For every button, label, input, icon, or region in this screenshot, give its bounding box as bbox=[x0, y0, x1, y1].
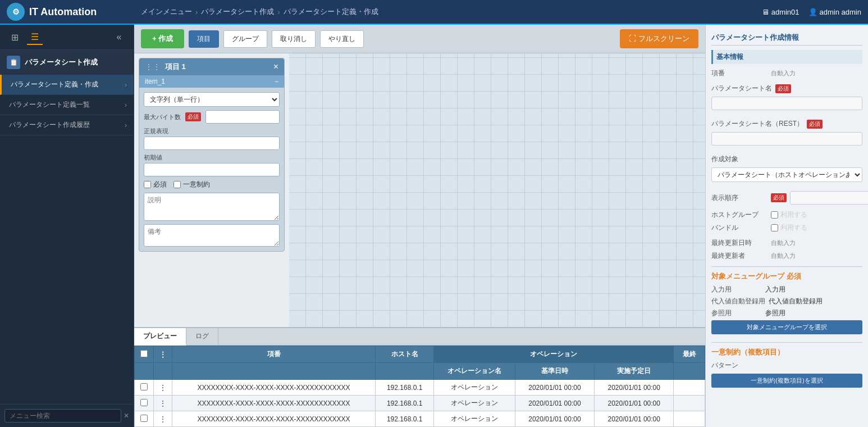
reference-value: 参照用 bbox=[765, 308, 785, 318]
max-bytes-row: 最大バイト数 必須 bbox=[144, 110, 280, 124]
preview-tab-preview[interactable]: プレビュー bbox=[134, 328, 186, 346]
th-ops-2 bbox=[154, 363, 172, 380]
th-check-2 bbox=[135, 363, 154, 380]
unique-checkbox[interactable] bbox=[173, 181, 181, 188]
row-last bbox=[674, 411, 705, 427]
row-last bbox=[674, 380, 705, 396]
user-id: admin01 bbox=[771, 8, 800, 16]
row-scheduled: 2020/01/01 00:00 bbox=[595, 411, 674, 427]
content-area: + 作成 項目 グループ 取り消し やり直し ⛶ フルスクリーン ⋮⋮ 項目 1… bbox=[134, 25, 705, 427]
creation-target-select[interactable]: パラメータシート（ホストオペレーションあり） パラメータシート（ホストのみ） デ… bbox=[711, 167, 862, 182]
initial-value-label: 初期値 bbox=[144, 153, 280, 162]
sheet-name-rest-required: 必須 bbox=[807, 120, 823, 129]
type-select-row: 文字列（単一行） 文字列（複数行） 数値 日時 bbox=[144, 92, 280, 107]
row-item-no: XXXXXXXX-XXXX-XXXX-XXXX-XXXXXXXXXXXX bbox=[172, 396, 376, 411]
tab-group[interactable]: グループ bbox=[223, 30, 267, 48]
select-all-checkbox[interactable] bbox=[140, 350, 148, 357]
unique-checkbox-label[interactable]: 一意制約 bbox=[173, 180, 210, 189]
row-ops-cell[interactable]: ⋮ bbox=[154, 380, 172, 396]
th-ops: ⋮ bbox=[154, 346, 172, 363]
breadcrumb-item-1[interactable]: メインメニュー bbox=[141, 7, 192, 17]
row-last bbox=[674, 396, 705, 411]
breadcrumb-item-3: パラメータシート定義・作成 bbox=[284, 7, 378, 17]
th-operation-name: オペレーション名 bbox=[434, 363, 515, 380]
fullscreen-button[interactable]: ⛶ フルスクリーン bbox=[620, 29, 698, 48]
toolbar: + 作成 項目 グループ 取り消し やり直し ⛶ フルスクリーン bbox=[134, 25, 705, 53]
required-checkbox[interactable] bbox=[144, 181, 151, 188]
admin01-area[interactable]: 🖥 admin01 bbox=[762, 8, 800, 16]
row-checkbox[interactable] bbox=[140, 399, 148, 406]
table-row: ⋮ XXXXXXXX-XXXX-XXXX-XXXX-XXXXXXXXXXXX 1… bbox=[135, 411, 705, 427]
preview-tab-log[interactable]: ログ bbox=[186, 328, 218, 345]
max-bytes-input[interactable] bbox=[205, 110, 280, 124]
select-unique-button[interactable]: 一意制約(複数項目)を選択 bbox=[711, 374, 862, 388]
app-title: IT Automation bbox=[29, 6, 97, 18]
max-bytes-required-badge: 必須 bbox=[185, 112, 201, 121]
row-checkbox[interactable] bbox=[140, 383, 148, 390]
preview-table-wrap: ⋮ 項番 ホスト名 オペレーション 最終 オペレーション名 bbox=[134, 346, 705, 427]
grid-area: ⋮⋮ 項目 1 × item_1 − 文字列（単一行） 文字列（複数行） 数値 … bbox=[134, 53, 705, 327]
initial-value-input[interactable] bbox=[144, 163, 280, 176]
host-group-use-label: 利用する bbox=[780, 210, 807, 220]
sidebar-collapse-btn[interactable]: « bbox=[111, 29, 127, 45]
type-select[interactable]: 文字列（単一行） 文字列（複数行） 数値 日時 bbox=[144, 92, 280, 107]
display-order-block: 表示順序 必須 bbox=[711, 191, 862, 205]
row-operation: オペレーション bbox=[434, 380, 515, 396]
pattern-row: パターン bbox=[711, 361, 862, 370]
tab-cancel[interactable]: 取り消し bbox=[272, 30, 316, 48]
row-host: 192.168.0.1 bbox=[376, 396, 434, 411]
preview-area: プレビュー ログ ⋮ 項番 ホスト名 オペレーション 最終 bbox=[134, 327, 705, 427]
row-check-cell[interactable] bbox=[135, 380, 154, 396]
row-checkbox[interactable] bbox=[140, 415, 148, 422]
remarks-row bbox=[144, 224, 280, 247]
select-target-menu-button[interactable]: 対象メニューグループを選択 bbox=[711, 320, 862, 334]
input-menu-row: 入力用 入力用 bbox=[711, 285, 862, 294]
sheet-name-label: パラメータシート名 bbox=[711, 84, 772, 93]
panel-minimize-btn[interactable]: − bbox=[275, 78, 278, 85]
sidebar-item-label-0: パラメータシート定義・作成 bbox=[11, 80, 98, 89]
row-ops-cell[interactable]: ⋮ bbox=[154, 396, 172, 411]
sidebar-item-parameter-list[interactable]: パラメータシート定義一覧 › bbox=[0, 95, 134, 115]
sidebar: ⊞ ☰ « 📋 パラメータシート作成 パラメータシート定義・作成 › パラメータ… bbox=[0, 25, 134, 427]
sidebar-search-input[interactable] bbox=[4, 409, 121, 423]
sidebar-search-clear[interactable]: ✕ bbox=[124, 412, 129, 420]
sheet-name-input[interactable] bbox=[711, 97, 862, 110]
sidebar-item-arrow-2: › bbox=[125, 121, 127, 129]
row-base-date: 2020/01/01 00:00 bbox=[515, 411, 594, 427]
regex-input[interactable] bbox=[144, 137, 280, 150]
breadcrumb: メインメニュー › パラメータシート作成 › パラメータシート定義・作成 bbox=[141, 7, 762, 17]
display-order-input[interactable] bbox=[790, 191, 868, 205]
sidebar-toggle-bar: ⊞ ☰ « bbox=[0, 25, 134, 50]
sheet-name-rest-input[interactable] bbox=[711, 132, 862, 146]
create-button[interactable]: + 作成 bbox=[141, 29, 184, 48]
remarks-textarea[interactable] bbox=[144, 224, 280, 247]
row-check-cell[interactable] bbox=[135, 411, 154, 427]
target-menu-required: 必須 bbox=[787, 271, 801, 281]
row-base-date: 2020/01/01 00:00 bbox=[515, 396, 594, 411]
host-group-checkbox[interactable] bbox=[771, 211, 778, 219]
sidebar-item-parameter-history[interactable]: パラメータシート作成履歴 › bbox=[0, 115, 134, 135]
breadcrumb-item-2[interactable]: パラメータシート作成 bbox=[201, 7, 274, 17]
last-updated-block: 最終更新日時 自動入力 最終更新者 自動入力 bbox=[711, 238, 862, 261]
last-updated-label: 最終更新日時 bbox=[711, 238, 768, 248]
main-layout: ⊞ ☰ « 📋 パラメータシート作成 パラメータシート定義・作成 › パラメータ… bbox=[0, 25, 868, 427]
bundle-checkbox[interactable] bbox=[771, 224, 778, 231]
sidebar-section-header: 📋 パラメータシート作成 bbox=[0, 50, 134, 75]
item-no-value: 自動入力 bbox=[771, 69, 796, 78]
th-scheduled-date: 実施予定日 bbox=[595, 363, 674, 380]
display-order-required: 必須 bbox=[771, 193, 787, 202]
description-textarea[interactable] bbox=[144, 193, 280, 221]
regex-row: 正規表現 bbox=[144, 127, 280, 150]
sidebar-list-toggle[interactable]: ☰ bbox=[27, 29, 43, 45]
table-row: ⋮ XXXXXXXX-XXXX-XXXX-XXXX-XXXXXXXXXXXX 1… bbox=[135, 396, 705, 411]
sidebar-section-title-text: パラメータシート作成 bbox=[25, 57, 98, 67]
admin-name-area[interactable]: 👤 admin admin bbox=[808, 8, 861, 16]
tab-item[interactable]: 項目 bbox=[189, 30, 219, 48]
panel-close-button[interactable]: × bbox=[273, 62, 278, 72]
tab-redo[interactable]: やり直し bbox=[320, 30, 364, 48]
sidebar-grid-toggle[interactable]: ⊞ bbox=[7, 29, 22, 45]
row-ops-cell[interactable]: ⋮ bbox=[154, 411, 172, 427]
required-checkbox-label[interactable]: 必須 bbox=[144, 180, 167, 189]
row-check-cell[interactable] bbox=[135, 396, 154, 411]
sidebar-item-parameter-def[interactable]: パラメータシート定義・作成 › bbox=[0, 75, 134, 95]
